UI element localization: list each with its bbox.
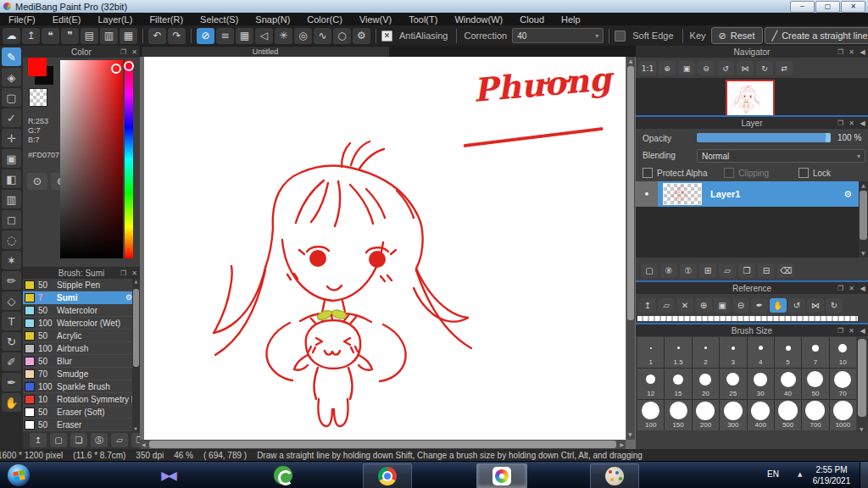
menu-filter[interactable]: Filter(R) <box>141 14 192 25</box>
flip-icon[interactable]: ⇄ <box>776 61 793 75</box>
brush-size-cell[interactable]: 1 <box>637 337 664 368</box>
brush-item[interactable]: 50 Acrylic <box>23 330 140 342</box>
lock-option[interactable]: Lock <box>798 168 831 178</box>
start-button[interactable] <box>6 463 31 487</box>
brush-size-cell[interactable]: 7 <box>802 337 828 368</box>
popout-icon[interactable]: ❐ <box>835 285 846 292</box>
menu-snap[interactable]: Snap(N) <box>247 14 298 25</box>
saturation-value-picker[interactable] <box>60 60 123 258</box>
undo-icon[interactable]: ↶ <box>148 28 166 44</box>
brush-item[interactable]: 50 Eraser <box>23 419 140 431</box>
ref-hand-icon[interactable]: ✋ <box>770 298 787 313</box>
hand-tool[interactable]: ✋ <box>2 393 21 412</box>
brush-item[interactable]: 100 Watercolor (Wet) <box>23 317 140 330</box>
clipping-option[interactable]: Clipping <box>724 168 798 178</box>
close-icon[interactable]: ✕ <box>846 119 857 127</box>
create-straight-line-button[interactable]: ╱ Create a straight line <box>765 27 868 44</box>
snap-off-icon[interactable]: ⊘ <box>197 28 214 44</box>
brush-size-cell[interactable]: 3 <box>720 337 746 368</box>
scroll-thumb[interactable] <box>860 191 867 240</box>
brush-size-scrollbar[interactable]: ▼ <box>857 337 867 432</box>
minimize-button[interactable]: ‒ <box>790 1 815 13</box>
brush-size-cell[interactable]: 700 <box>802 400 828 430</box>
brush-size-cell[interactable]: 150 <box>665 400 691 430</box>
scroll-up-icon[interactable]: ▲ <box>861 182 865 188</box>
lasso-tool[interactable]: ◌ <box>2 230 21 249</box>
reset-button[interactable]: ⊘ Reset <box>711 27 763 44</box>
maximize-button[interactable]: ▢ <box>815 1 840 13</box>
close-button[interactable]: ✕ <box>841 1 865 13</box>
grid-view-icon[interactable]: ▦ <box>120 28 137 44</box>
menu-select[interactable]: Select(S) <box>192 14 247 25</box>
brush-size-cell[interactable]: 1000 <box>830 400 856 430</box>
brush-item[interactable]: 50 Stipple Pen <box>23 279 140 291</box>
select-eraser-tool[interactable]: ◇ <box>2 291 21 310</box>
scroll-thumb[interactable] <box>149 441 616 448</box>
close-icon[interactable]: ✕ <box>846 285 857 292</box>
popout-icon[interactable]: ❐ <box>835 48 846 56</box>
ref-zoom-in-icon[interactable]: ⊕ <box>695 298 712 313</box>
brush-add-image-icon[interactable]: ❏ <box>70 433 87 447</box>
ref-rotate-left-icon[interactable]: ↺ <box>788 298 805 313</box>
ref-open-icon[interactable]: ▱ <box>658 298 675 313</box>
eraser-tool[interactable]: ◈ <box>2 68 21 86</box>
scroll-left-icon[interactable]: ◀ <box>142 441 146 447</box>
ref-zoom-out-icon[interactable]: ⊖ <box>732 298 749 313</box>
fit-window-icon[interactable]: ▣ <box>678 61 695 75</box>
menu-edit[interactable]: Edit(E) <box>44 14 90 25</box>
paint-taskbar-button[interactable] <box>590 463 639 488</box>
collapse-icon[interactable]: ◀ <box>857 327 868 335</box>
new-layer-icon[interactable]: ▢ <box>641 263 658 278</box>
layer-settings-icon[interactable]: ⚙ <box>843 189 852 200</box>
brush-size-cell[interactable]: 15 <box>665 369 691 399</box>
document-icon[interactable]: ▤ <box>81 28 98 44</box>
brush-settings-icon[interactable]: ⚙ <box>125 293 132 302</box>
brush-size-cell[interactable]: 25 <box>720 369 746 399</box>
brush-item[interactable]: 50 Blur <box>23 355 140 368</box>
gradient-tool[interactable]: ▥ <box>2 190 21 208</box>
brush-size-cell[interactable]: 1.5 <box>665 337 691 368</box>
brush-new-icon[interactable]: ▢ <box>50 433 67 447</box>
snap-parallel-icon[interactable]: ≡ <box>216 28 234 44</box>
scroll-thumb[interactable] <box>858 339 866 417</box>
select-tool[interactable]: ▣ <box>2 149 21 168</box>
zoom-in-icon[interactable]: ⊕ <box>659 61 676 75</box>
menu-view[interactable]: View(V) <box>351 14 400 25</box>
brush-item[interactable]: 100 Airbrush <box>23 342 140 355</box>
opacity-slider[interactable] <box>697 133 831 142</box>
scroll-down-icon[interactable]: ▼ <box>628 430 632 439</box>
rotate-right-icon[interactable]: ↻ <box>756 61 773 75</box>
hue-marker[interactable] <box>124 61 134 71</box>
snap-vanishing-icon[interactable]: ◁ <box>255 28 273 44</box>
snap-settings-icon[interactable]: ⚙ <box>353 28 370 44</box>
polyline-tool[interactable]: ✓ <box>2 108 21 127</box>
eraser-pen-tool[interactable]: ✐ <box>2 352 21 371</box>
menu-file[interactable]: File(F) <box>0 14 44 25</box>
protect-alpha-checkbox[interactable] <box>643 168 653 178</box>
ref-cloud-icon[interactable]: ↥ <box>639 298 656 313</box>
brush-size-cell[interactable]: 300 <box>720 400 746 430</box>
transparent-swatch[interactable] <box>29 88 47 107</box>
popout-icon[interactable]: ❐ <box>118 48 129 56</box>
comment-icon[interactable]: ❝ <box>42 28 59 44</box>
bucket-tool[interactable]: ◧ <box>2 169 21 188</box>
popout-icon[interactable]: ❐ <box>835 119 846 127</box>
collapse-icon[interactable]: ◀ <box>857 285 868 292</box>
clipping-checkbox[interactable] <box>724 168 734 178</box>
snap-concentric-icon[interactable]: ◎ <box>294 28 312 44</box>
protect-alpha-option[interactable]: Protect Alpha <box>643 168 724 178</box>
menu-cloud[interactable]: Cloud <box>511 14 553 25</box>
new-folder-icon[interactable]: ▱ <box>719 263 736 278</box>
soft-edge-checkbox[interactable] <box>615 30 626 42</box>
brush-item[interactable]: 100 Sparkle Brush <box>23 380 140 393</box>
collapse-icon[interactable]: ◀ <box>857 119 868 127</box>
scroll-right-icon[interactable]: ▶ <box>620 441 624 447</box>
ref-rotate-right-icon[interactable]: ↻ <box>826 298 843 313</box>
brush-size-cell[interactable]: 500 <box>775 400 801 430</box>
close-icon[interactable]: ✕ <box>129 269 140 277</box>
rotate-left-icon[interactable]: ↺ <box>717 61 734 75</box>
new-1bit-layer-icon[interactable]: ① <box>680 263 697 278</box>
hue-slider[interactable] <box>125 60 133 258</box>
canvas-horizontal-scrollbar[interactable]: ◀ ▶ <box>140 440 626 449</box>
brush-size-cell[interactable]: 100 <box>637 400 664 430</box>
